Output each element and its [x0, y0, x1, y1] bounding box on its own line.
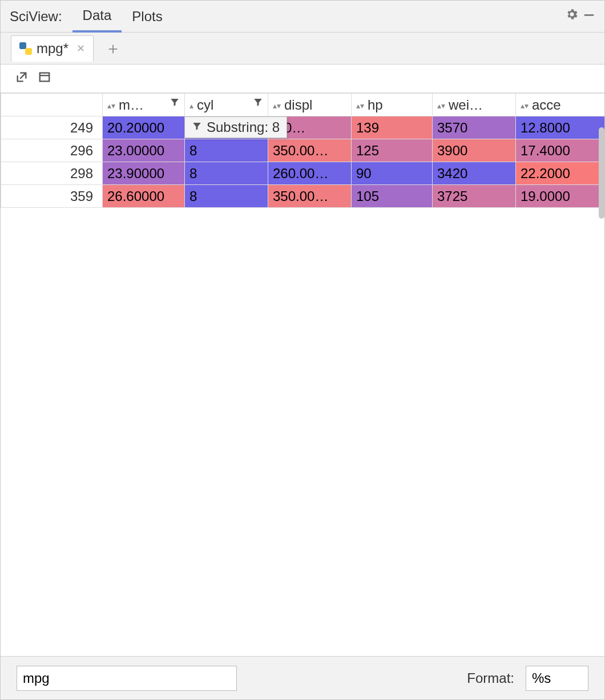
sciview-panel: SciView: Data Plots mpg* ✕ ＋ — [0, 0, 605, 700]
row-index: 249 — [1, 116, 103, 139]
cell-mpg[interactable]: 23.00000 — [103, 139, 185, 162]
column-header-hp[interactable]: ▴▾hp — [352, 94, 433, 116]
column-header-acce[interactable]: ▴▾acce — [516, 94, 605, 116]
sort-asc-icon: ▴ — [189, 101, 193, 110]
tab-data-label: Data — [83, 7, 112, 23]
sort-icon: ▴▾ — [356, 101, 364, 110]
tab-plots[interactable]: Plots — [122, 1, 172, 32]
expression-input[interactable] — [17, 666, 237, 691]
svg-rect-0 — [584, 14, 594, 16]
row-index: 298 — [1, 162, 103, 185]
cell-acce[interactable]: 12.8000 — [516, 116, 605, 139]
format-input[interactable] — [526, 666, 588, 691]
tab-plots-label: Plots — [132, 9, 162, 25]
cell-acce[interactable]: 22.2000 — [516, 162, 605, 185]
cell-wei[interactable]: 3570 — [433, 116, 516, 139]
filter-tooltip-text: Substring: 8 — [207, 119, 280, 135]
panel-header: SciView: Data Plots — [1, 1, 604, 33]
cell-hp[interactable]: 90 — [352, 162, 433, 185]
filter-tooltip: Substring: 8 — [184, 116, 287, 138]
cell-hp[interactable]: 125 — [352, 139, 433, 162]
tab-data[interactable]: Data — [72, 1, 122, 33]
gear-icon[interactable] — [563, 7, 580, 25]
cell-hp[interactable]: 139 — [352, 116, 433, 139]
cell-wei[interactable]: 3725 — [433, 185, 516, 208]
bottom-bar: Format: — [1, 656, 604, 699]
sort-icon: ▴▾ — [107, 101, 115, 110]
cell-displ[interactable]: 350.00… — [268, 185, 352, 208]
data-grid[interactable]: ▴▾m…▴cyl▴▾displ▴▾hp▴▾wei…▴▾acce 24920.20… — [1, 93, 604, 208]
sort-icon: ▴▾ — [521, 101, 529, 110]
vertical-scrollbar[interactable] — [599, 127, 604, 219]
file-tab-mpg[interactable]: mpg* ✕ — [11, 35, 94, 62]
cell-cyl[interactable]: 8 — [185, 139, 268, 162]
cell-hp[interactable]: 105 — [352, 185, 433, 208]
window-icon[interactable] — [38, 71, 51, 87]
cell-wei[interactable]: 3900 — [433, 139, 516, 162]
python-icon — [19, 42, 32, 55]
column-header-displ[interactable]: ▴▾displ — [268, 94, 352, 116]
cell-displ[interactable]: 350.00… — [268, 139, 352, 162]
filter-icon[interactable] — [170, 97, 180, 110]
cell-mpg[interactable]: 26.60000 — [103, 185, 185, 208]
column-label: displ — [284, 97, 312, 112]
minimize-icon[interactable] — [580, 7, 598, 25]
close-icon[interactable]: ✕ — [76, 42, 85, 55]
panel-title: SciView: — [10, 9, 62, 25]
column-label: m… — [119, 97, 144, 112]
table-row[interactable]: 35926.600008350.00…105372519.0000 — [1, 185, 605, 208]
filter-icon[interactable] — [253, 97, 263, 110]
table-row[interactable]: 24920.200008.00…139357012.8000 — [1, 116, 605, 139]
data-grid-wrapper: ▴▾m…▴cyl▴▾displ▴▾hp▴▾wei…▴▾acce 24920.20… — [1, 93, 604, 656]
row-index: 359 — [1, 185, 103, 208]
cell-acce[interactable]: 17.4000 — [516, 139, 605, 162]
row-index: 296 — [1, 139, 103, 162]
grid-toolbar — [1, 65, 604, 93]
cell-mpg[interactable]: 23.90000 — [103, 162, 185, 185]
column-label: acce — [532, 97, 561, 112]
column-header-idx[interactable] — [1, 94, 103, 116]
column-header-cyl[interactable]: ▴cyl — [185, 94, 268, 116]
column-label: hp — [368, 97, 383, 112]
cell-mpg[interactable]: 20.20000 — [103, 116, 185, 139]
file-tab-row: mpg* ✕ ＋ — [1, 33, 604, 65]
column-label: wei… — [449, 97, 483, 112]
svg-rect-1 — [40, 73, 50, 81]
cell-wei[interactable]: 3420 — [433, 162, 516, 185]
file-tab-label: mpg* — [37, 41, 68, 57]
sort-icon: ▴▾ — [437, 101, 445, 110]
column-header-wei[interactable]: ▴▾wei… — [433, 94, 516, 116]
cell-acce[interactable]: 19.0000 — [516, 185, 605, 208]
format-label: Format: — [467, 670, 514, 686]
add-tab-button[interactable]: ＋ — [105, 38, 121, 59]
cell-cyl[interactable]: 8 — [185, 185, 268, 208]
cell-cyl[interactable]: 8 — [185, 162, 268, 185]
filter-icon — [192, 121, 202, 134]
column-label: cyl — [197, 97, 213, 112]
table-row[interactable]: 29623.000008350.00…125390017.4000 — [1, 139, 605, 162]
table-row[interactable]: 29823.900008260.00…90342022.2000 — [1, 162, 605, 185]
sort-icon: ▴▾ — [273, 101, 281, 110]
open-external-icon[interactable] — [15, 71, 28, 87]
cell-displ[interactable]: 260.00… — [268, 162, 352, 185]
column-header-mpg[interactable]: ▴▾m… — [103, 94, 185, 116]
